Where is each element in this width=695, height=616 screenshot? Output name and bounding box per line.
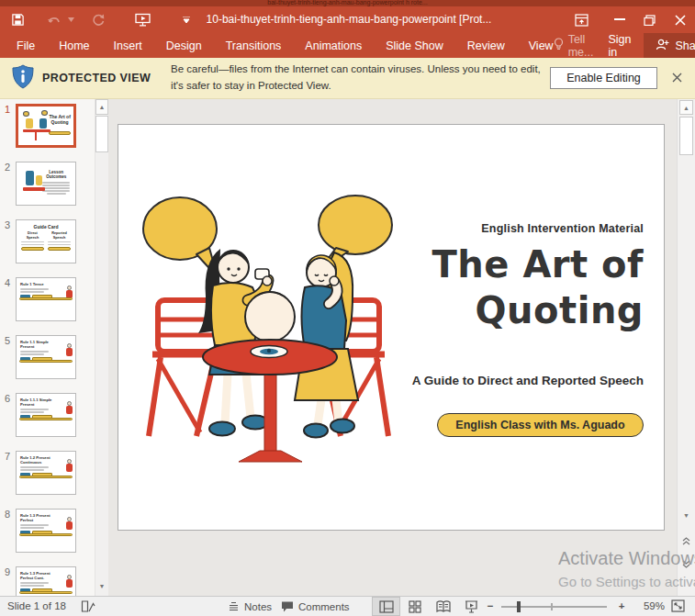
mini-person-illustration <box>65 343 73 357</box>
share-button[interactable]: Share <box>644 33 695 58</box>
thumbnail-list: 1 The Art of Quoting 2 Lesson Outcomes 3… <box>0 104 95 596</box>
scroll-down-icon[interactable]: ▼ <box>95 578 108 594</box>
thumbnail-scrollbar-thumb[interactable] <box>95 116 108 152</box>
ribbon-tab-insert[interactable]: Insert <box>114 39 142 52</box>
lightbulb-icon <box>554 38 564 53</box>
thumbnail-preview[interactable]: Rule 1.3 Present Perfect <box>16 509 76 553</box>
slide-thumbnail-8[interactable]: 8 Rule 1.3 Present Perfect <box>0 509 95 554</box>
mini-slide-title: Rule 1.1 Simple Present <box>20 340 52 349</box>
thumbnail-preview[interactable]: Lesson Outcomes <box>16 162 76 206</box>
mini-slide-title: Rule 1.1.1 Simple Present <box>20 398 52 407</box>
ribbon-tab-slide-show[interactable]: Slide Show <box>386 39 443 52</box>
window-title: 10-bai-thuyet-trinh-tieng-anh-mau-bang-p… <box>147 6 551 33</box>
slide-thumbnail-panel: 1 The Art of Quoting 2 Lesson Outcomes 3… <box>0 99 108 596</box>
slide-thumbnail-7[interactable]: 7 Rule 1.2 Present Continuous <box>0 451 95 497</box>
slide-thumbnail-9[interactable]: 9 Rule 1.3 Present Perfect Cont. <box>0 566 95 596</box>
ribbon-display-options-icon[interactable] <box>566 6 597 33</box>
undo-icon <box>46 11 62 29</box>
thumbnail-preview[interactable]: Guide Card Direct Speech Reported Speech <box>16 219 76 263</box>
scroll-down-icon[interactable]: ▼ <box>679 509 693 522</box>
slide-kicker: English Intervention Material <box>341 222 644 235</box>
redo-icon <box>90 11 106 29</box>
protected-view-shield-icon <box>12 64 34 93</box>
thumbnail-preview[interactable]: Rule 1.2 Present Continuous <box>16 451 76 495</box>
ribbon-tab-transitions[interactable]: Transitions <box>226 39 282 52</box>
speech-bubble-left <box>143 197 218 277</box>
fit-slide-to-window-icon[interactable] <box>671 599 685 614</box>
zoom-level[interactable]: 59% <box>632 597 665 616</box>
reading-view-button[interactable] <box>429 597 457 616</box>
slide-thumbnail-4[interactable]: 4 Rule 1 Tense <box>0 277 95 323</box>
banner-close-icon[interactable] <box>669 72 685 85</box>
protected-view-banner: PROTECTED VIEW Be careful—files from the… <box>0 58 695 99</box>
mini-badge <box>49 131 71 135</box>
mini-slide-title: The Art of Quoting <box>49 114 71 125</box>
tell-me-box[interactable]: Tell me... <box>554 33 594 59</box>
notes-button[interactable]: Notes <box>228 597 272 616</box>
slide-thumbnail-6[interactable]: 6 Rule 1.1.1 Simple Present <box>0 393 95 439</box>
slide-text-column: English Intervention Material The Art of… <box>341 222 644 437</box>
thumbnail-preview[interactable]: Rule 1.1 Simple Present <box>16 335 76 379</box>
thumbnail-panel-scrollbar[interactable]: ▲ ▼ <box>95 99 108 596</box>
mini-person-illustration <box>65 575 73 588</box>
slide-thumbnail-1[interactable]: 1 The Art of Quoting <box>0 104 95 150</box>
normal-view-button[interactable] <box>372 597 400 616</box>
notes-label: Notes <box>244 601 272 612</box>
mini-person-illustration <box>65 459 73 473</box>
thumbnail-preview[interactable]: The Art of Quoting <box>16 104 76 148</box>
slide-thumbnail-5[interactable]: 5 Rule 1.1 Simple Present <box>0 335 95 381</box>
enable-editing-button[interactable]: Enable Editing <box>550 67 657 89</box>
view-switcher <box>372 597 486 616</box>
ribbon-tab-design[interactable]: Design <box>166 39 202 52</box>
comments-button[interactable]: Comments <box>281 597 350 616</box>
tell-me-label: Tell me... <box>568 33 594 59</box>
thumbnail-number: 6 <box>0 393 16 404</box>
thumbnail-number: 2 <box>0 162 16 173</box>
mini-slide-title: Lesson Outcomes <box>42 170 70 179</box>
mini-person-illustration <box>65 401 73 415</box>
window-controls <box>566 6 695 33</box>
slide-title-line2: Quoting <box>341 287 644 333</box>
minimize-button[interactable] <box>604 6 634 33</box>
zoom-out-button[interactable]: − <box>484 597 497 616</box>
editor-scrollbar-thumb[interactable] <box>679 117 693 155</box>
ribbon-tab-row: File Home Insert Design Transitions Anim… <box>0 33 695 58</box>
slide-thumbnail-2[interactable]: 2 Lesson Outcomes <box>0 162 95 207</box>
zoom-in-button[interactable]: + <box>615 597 628 616</box>
mini-column-title: Direct Speech <box>21 231 44 240</box>
titlebar: 10-bai-thuyet-trinh-tieng-anh-mau-bang-p… <box>0 6 695 33</box>
close-button[interactable] <box>665 6 695 33</box>
thumbnail-preview[interactable]: Rule 1.3 Present Perfect Cont. <box>16 566 76 596</box>
thumbnail-number: 7 <box>0 451 16 462</box>
ribbon-tab-home[interactable]: Home <box>59 39 89 52</box>
scroll-up-icon[interactable]: ▲ <box>679 100 693 115</box>
slide-thumbnail-3[interactable]: 3 Guide Card Direct Speech Reported Spee… <box>0 219 95 265</box>
previous-slide-icon[interactable] <box>679 534 693 548</box>
thumbnail-number: 1 <box>0 104 16 115</box>
zoom-slider-thumb[interactable] <box>517 601 521 612</box>
powerpoint-window: { "colors": { "titlebar": "#C24A31", "ti… <box>0 0 695 616</box>
slide-show-button[interactable] <box>457 597 486 616</box>
next-slide-icon[interactable] <box>679 557 693 571</box>
save-icon[interactable] <box>9 11 26 29</box>
slide-sorter-button[interactable] <box>400 597 429 616</box>
mini-column-title: Reported Speech <box>48 231 71 240</box>
proofing-status-icon[interactable] <box>81 599 95 615</box>
restore-button[interactable] <box>634 6 665 33</box>
mini-illustration <box>20 168 40 201</box>
thumbnail-preview[interactable]: Rule 1 Tense <box>16 277 76 321</box>
thumbnail-number: 3 <box>0 219 16 230</box>
comments-label: Comments <box>298 601 350 612</box>
background-window-strip: bai-thuyet-trinh-tieng-anh-mau-bang-powe… <box>0 0 695 6</box>
scroll-up-icon[interactable]: ▲ <box>95 99 108 115</box>
slide-counter[interactable]: Slide 1 of 18 <box>7 597 66 616</box>
ribbon-tab-review[interactable]: Review <box>467 39 505 52</box>
thumbnail-preview[interactable]: Rule 1.1.1 Simple Present <box>16 393 76 437</box>
ribbon-tab-view[interactable]: View <box>529 39 554 52</box>
ribbon-tab-animations[interactable]: Animations <box>305 39 362 52</box>
ribbon-tab-file[interactable]: File <box>17 39 35 52</box>
thumbnail-number: 4 <box>0 277 16 288</box>
editor-scrollbar[interactable]: ▲ ▼ <box>677 99 695 596</box>
sign-in-button[interactable]: Sign in <box>608 33 631 59</box>
main-area: 1 The Art of Quoting 2 Lesson Outcomes 3… <box>0 99 695 596</box>
